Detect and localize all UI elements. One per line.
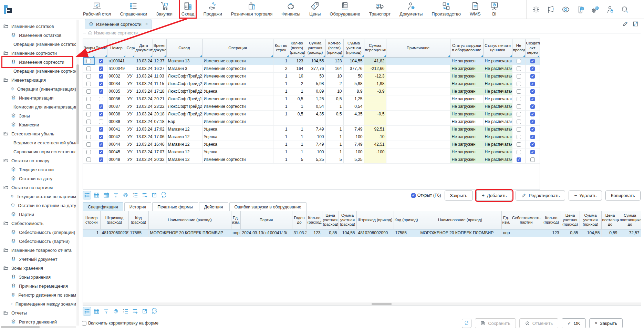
edit-button[interactable]: Редактировать [516, 191, 565, 201]
row-checkbox[interactable] [86, 66, 91, 71]
row-checkbox[interactable] [517, 104, 521, 109]
column-header[interactable]: Наименование (расход) [148, 211, 231, 229]
refresh-button[interactable] [160, 191, 168, 199]
nav-item-purchases[interactable]: Закупки [155, 0, 173, 17]
row-checkbox[interactable] [517, 112, 521, 116]
row-checkbox[interactable] [530, 74, 535, 79]
tree-item[interactable]: Изменения сортности [3, 58, 72, 66]
column-header[interactable]: Кол-во (всего) (приход) [325, 39, 343, 57]
column-header[interactable]: Кол-во (приход) [542, 211, 561, 229]
tab-izmeneniya-sortnosti[interactable]: Изменения сортности × [85, 19, 152, 29]
tree-group[interactable]: Изменение остатков [0, 22, 76, 31]
nav-item-wms[interactable]: WMS [469, 0, 482, 17]
row-checkbox[interactable] [86, 150, 91, 154]
nav-item-transport[interactable]: Транспорт [368, 0, 392, 17]
column-header[interactable]: Создать акт перео [525, 39, 540, 57]
calendar-view-button[interactable] [102, 191, 111, 199]
support-chat-button[interactable] [576, 5, 585, 14]
visibility-button[interactable] [561, 5, 570, 14]
row-checkbox[interactable] [517, 150, 521, 154]
refresh-button[interactable] [462, 319, 471, 328]
tree-group[interactable]: Себестоимость [0, 219, 76, 228]
tree-item[interactable]: Зоны [0, 111, 76, 120]
column-header[interactable]: Кол-во строк [273, 39, 289, 57]
row-checkbox[interactable] [86, 82, 91, 86]
row-checkbox[interactable] [530, 142, 535, 147]
column-header[interactable]: Сумма учетная (приход) [580, 211, 601, 229]
tree-group[interactable]: Остатки по партиям [0, 183, 76, 192]
column-header[interactable]: Закрыт [83, 39, 95, 57]
row-checkbox[interactable] [99, 157, 103, 162]
document-row[interactable]: 00037УУ13.03.2423:22ЛюксСофтТрейд2Измене… [83, 103, 540, 110]
document-row[interactable]: 00034УУ13.03.2411:15ЛюксСофтТрейд2Измене… [83, 80, 540, 88]
row-checkbox[interactable] [86, 97, 91, 101]
close-button[interactable]: Закрыть [445, 191, 473, 201]
numbered-list-button[interactable] [131, 191, 139, 199]
delete-button[interactable]: −Удалить [569, 191, 602, 201]
export-button[interactable] [141, 307, 149, 316]
nav-item-catalog[interactable]: Справочники [119, 0, 148, 17]
row-checkbox[interactable] [530, 97, 535, 101]
row-checkbox[interactable] [530, 112, 535, 116]
tree-item[interactable]: Себестоимость (операции) [0, 228, 76, 237]
row-checkbox[interactable] [530, 127, 535, 132]
column-header[interactable]: Примечание [386, 39, 450, 57]
row-checkbox[interactable] [517, 157, 521, 162]
row-checkbox[interactable] [517, 135, 521, 139]
tree-item[interactable]: Себестоимость (партии) [0, 237, 76, 246]
column-header[interactable]: Цена учетная (расход) [322, 211, 339, 229]
search-button[interactable] [621, 5, 629, 14]
settings-gears-button[interactable] [591, 5, 600, 14]
row-checkbox[interactable] [530, 89, 535, 94]
copy-button[interactable]: Копировать [605, 191, 641, 201]
tree-item[interactable]: Зоны хранения [0, 273, 76, 281]
row-checkbox[interactable] [99, 97, 103, 101]
table-view-button[interactable] [92, 191, 101, 199]
filter-button[interactable] [102, 307, 111, 316]
column-header[interactable]: Не проводить [512, 39, 525, 57]
list-view-button[interactable] [83, 307, 91, 316]
add-button[interactable]: +Добавить [476, 191, 512, 201]
row-checkbox[interactable] [517, 82, 521, 86]
row-checkbox[interactable] [86, 89, 91, 94]
tree-item[interactable]: Регистр движения по зонам [0, 290, 76, 299]
tree-item[interactable]: Партии [0, 210, 76, 219]
document-row[interactable]: 00038УУ13.03.2420:18ЛюксСофтТрейд2Измене… [83, 110, 540, 118]
nav-item-desktop[interactable]: Рабочий стол [82, 0, 112, 17]
tree-item[interactable]: Комиссии для инвентаризации [0, 102, 76, 111]
cancel-button[interactable]: Отменить [519, 318, 558, 328]
row-checkbox[interactable] [517, 97, 521, 101]
row-checkbox[interactable] [517, 142, 521, 147]
app-logo-icon[interactable] [3, 4, 13, 14]
collapse-icon[interactable] [88, 31, 92, 35]
column-header[interactable]: Ед. изм. [231, 211, 240, 229]
row-checkbox[interactable] [99, 66, 103, 71]
row-checkbox[interactable] [86, 104, 91, 109]
row-checkbox[interactable] [517, 59, 521, 63]
specification-row[interactable]: 1481020600209017585МОРОЖЕНОЕ 20 КОПЕЕК П… [83, 229, 641, 237]
column-header[interactable]: Статус печати ценника [483, 39, 512, 57]
document-row[interactable]: 00044УУ13.03.2416:46Магазин 12Уценка117,… [83, 141, 540, 148]
row-checkbox[interactable] [99, 112, 103, 116]
open-toggle[interactable]: Открыт (F6) [411, 193, 441, 198]
column-header[interactable]: Кол-во (всего) (расход) [289, 39, 305, 57]
row-checkbox[interactable] [99, 89, 103, 94]
nav-item-documents[interactable]: Документы [398, 0, 424, 17]
nav-item-sales[interactable]: Продажи [202, 0, 223, 17]
tree-item[interactable]: Причины перемещения [0, 281, 76, 290]
document-row[interactable]: 00039УУ13.03.2407:18БарИзменение сортнос… [83, 118, 540, 125]
column-header[interactable]: Годен до [292, 211, 307, 229]
column-header[interactable]: Проведен [95, 39, 107, 57]
theme-button[interactable] [532, 5, 540, 14]
column-header[interactable]: Код (приход) [394, 211, 419, 229]
tree-group[interactable]: Естественная убыль [0, 129, 76, 138]
row-checkbox[interactable] [86, 74, 91, 79]
row-checkbox[interactable] [530, 150, 535, 154]
column-header[interactable]: Сумма поставщика до [619, 211, 641, 229]
tree-item[interactable]: Инвентаризации [0, 93, 76, 102]
row-checkbox[interactable] [530, 82, 535, 86]
row-checkbox[interactable] [99, 127, 103, 132]
close-button[interactable]: ×Закрыть [589, 318, 623, 328]
tree-group[interactable]: Остатки по товару [0, 156, 76, 165]
tree-group[interactable]: Отчеты [0, 308, 76, 317]
